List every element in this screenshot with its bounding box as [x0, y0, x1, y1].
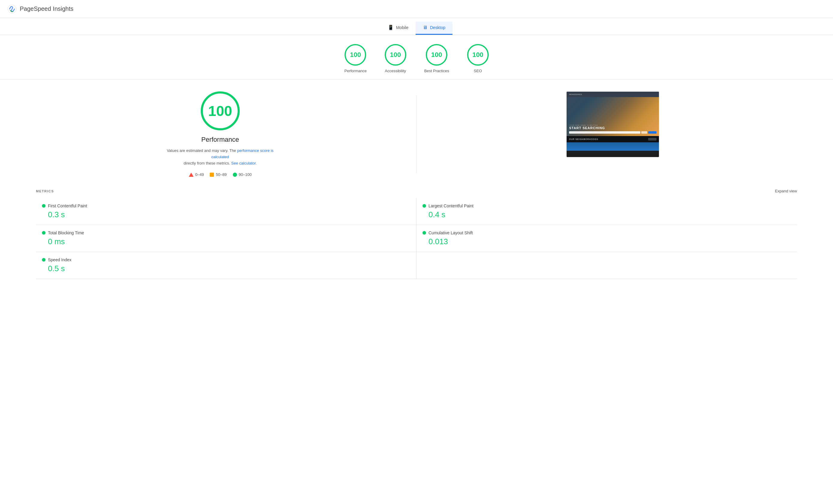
logo-area: PageSpeed Insights — [7, 4, 73, 14]
metric-cls-name-row: Cumulative Layout Shift — [423, 231, 791, 235]
screenshot-neighborhoods-text: OUR NEIGHBORHOODS — [569, 138, 598, 140]
screenshot-preview: RENAISSANCE Your new home is waiting STA… — [566, 91, 659, 157]
score-accessibility: 100 Accessibility — [385, 44, 406, 73]
scores-section: 100 Performance 100 Accessibility 100 Be… — [0, 35, 833, 79]
pass-circle-icon — [233, 173, 237, 177]
legend-pass: 90–100 — [233, 172, 252, 177]
fail-triangle-icon — [189, 173, 194, 177]
score-seo: 100 SEO — [467, 44, 489, 73]
metric-cls-name: Cumulative Layout Shift — [428, 231, 473, 235]
big-score-circle: 100 — [201, 91, 240, 130]
screenshot-brand-text: RENAISSANCE — [569, 94, 582, 95]
legend: 0–49 50–89 90–100 — [189, 172, 252, 177]
screenshot-filter-input — [641, 131, 647, 134]
metric-fcp-name: First Contentful Paint — [48, 203, 87, 208]
screenshot-search-input — [569, 131, 640, 134]
left-panel: 100 Performance Values are estimated and… — [36, 91, 405, 177]
metric-lcp-dot — [423, 204, 426, 208]
screenshot-bottom-bar: OUR NEIGHBORHOODS — [567, 136, 659, 142]
expand-view-button[interactable]: Expand view — [775, 189, 797, 193]
score-value-accessibility: 100 — [390, 51, 401, 59]
screenshot-top-bar: RENAISSANCE — [567, 92, 659, 97]
metric-fcp-name-row: First Contentful Paint — [42, 203, 410, 208]
score-label-best-practices: Best Practices — [424, 69, 449, 73]
tab-mobile[interactable]: 📱 Mobile — [381, 22, 415, 35]
metrics-grid: First Contentful Paint 0.3 s Largest Con… — [36, 198, 797, 279]
tab-bar: 📱 Mobile 🖥 Desktop — [0, 18, 833, 35]
legend-average-range: 50–89 — [216, 172, 227, 177]
score-circle-best-practices: 100 — [426, 44, 447, 66]
right-panel: RENAISSANCE Your new home is waiting STA… — [429, 91, 798, 157]
metric-tbt-dot — [42, 231, 46, 235]
legend-fail: 0–49 — [189, 172, 204, 177]
score-best-practices: 100 Best Practices — [424, 44, 449, 73]
metric-si-name-row: Speed Index — [42, 257, 410, 262]
big-score-value: 100 — [208, 103, 232, 119]
score-circle-accessibility: 100 — [385, 44, 406, 66]
metric-si-value: 0.5 s — [42, 264, 410, 273]
pagespeed-logo-icon — [7, 4, 17, 14]
score-value-performance: 100 — [350, 51, 361, 59]
app-title: PageSpeed Insights — [20, 5, 73, 12]
metric-cls-value: 0.013 — [423, 237, 791, 246]
score-label-performance: Performance — [344, 69, 366, 73]
metrics-section: METRICS Expand view First Contentful Pai… — [0, 189, 833, 291]
metric-fcp-value: 0.3 s — [42, 210, 410, 219]
metric-tbt-name: Total Blocking Time — [48, 231, 84, 235]
metric-fcp-dot — [42, 204, 46, 208]
metric-cls-dot — [423, 231, 426, 235]
screenshot-view-all-button — [648, 138, 657, 141]
legend-average: 50–89 — [210, 172, 227, 177]
metric-tbt-name-row: Total Blocking Time — [42, 231, 410, 235]
mobile-icon: 📱 — [388, 25, 394, 30]
average-square-icon — [210, 173, 214, 177]
vertical-divider — [416, 95, 417, 173]
big-score-title: Performance — [201, 136, 239, 144]
metric-si-dot — [42, 258, 46, 262]
metric-lcp-value: 0.4 s — [423, 210, 791, 219]
screenshot-search-button — [648, 131, 657, 134]
score-value-seo: 100 — [472, 51, 483, 59]
main-content: 100 Performance Values are estimated and… — [0, 79, 833, 189]
score-note-text1: Values are estimated and may vary. The — [167, 148, 236, 153]
metric-si: Speed Index 0.5 s — [36, 252, 416, 279]
tab-mobile-label: Mobile — [396, 25, 408, 30]
metric-si-name: Speed Index — [48, 257, 72, 262]
metrics-title: METRICS — [36, 189, 54, 193]
legend-pass-range: 90–100 — [239, 172, 252, 177]
legend-fail-range: 0–49 — [195, 172, 204, 177]
desktop-icon: 🖥 — [423, 25, 428, 30]
score-note-text2: directly from these metrics. — [184, 161, 230, 165]
metric-lcp-name: Largest Contentful Paint — [428, 203, 473, 208]
score-performance: 100 Performance — [344, 44, 366, 73]
header: PageSpeed Insights — [0, 0, 833, 18]
tab-desktop[interactable]: 🖥 Desktop — [415, 22, 452, 35]
metric-cls: Cumulative Layout Shift 0.013 — [416, 225, 797, 252]
score-circle-seo: 100 — [467, 44, 489, 66]
metrics-header: METRICS Expand view — [36, 189, 797, 193]
screenshot-bottom-section — [567, 142, 659, 151]
screenshot-hero-title: START SEARCHING — [569, 126, 657, 130]
score-label-seo: SEO — [474, 69, 482, 73]
score-circle-performance: 100 — [344, 44, 366, 66]
metric-fcp: First Contentful Paint 0.3 s — [36, 198, 416, 225]
screenshot-inner: RENAISSANCE Your new home is waiting STA… — [567, 92, 659, 157]
metric-lcp-name-row: Largest Contentful Paint — [423, 203, 791, 208]
metric-lcp: Largest Contentful Paint 0.4 s — [416, 198, 797, 225]
metric-tbt-value: 0 ms — [42, 237, 410, 246]
metric-tbt: Total Blocking Time 0 ms — [36, 225, 416, 252]
metric-empty — [416, 252, 797, 279]
score-label-accessibility: Accessibility — [385, 69, 406, 73]
tab-desktop-label: Desktop — [430, 25, 445, 30]
screenshot-hero: Your new home is waiting START SEARCHING — [567, 97, 659, 136]
score-value-best-practices: 100 — [431, 51, 442, 59]
screenshot-search-bar — [569, 131, 657, 134]
calculator-link[interactable]: See calculator. — [231, 161, 257, 165]
score-note: Values are estimated and may vary. The p… — [163, 148, 277, 166]
